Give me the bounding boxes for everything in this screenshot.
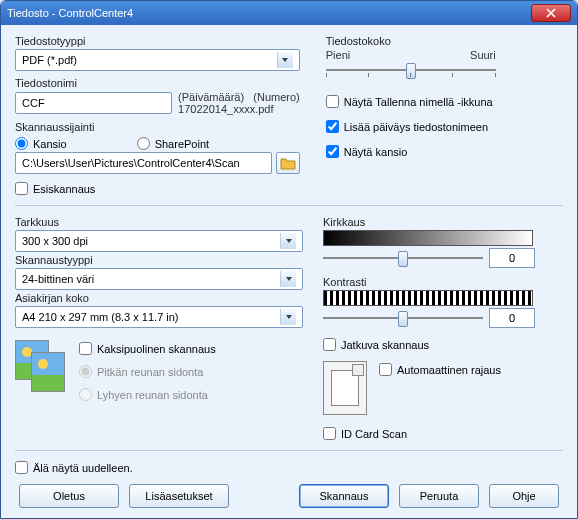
close-button[interactable] <box>531 4 571 22</box>
docsize-select[interactable]: A4 210 x 297 mm (8.3 x 11.7 in) <box>15 306 303 328</box>
resolution-value: 300 x 300 dpi <box>22 235 88 247</box>
showfolder-label: Näytä kansio <box>344 146 408 158</box>
scantype-select[interactable]: 24-bittinen väri <box>15 268 303 290</box>
duplex-short-radio: Lyhyen reunan sidonta <box>79 388 216 401</box>
scanloc-sharepoint-label: SharePoint <box>155 138 209 150</box>
brightness-slider[interactable] <box>323 249 483 267</box>
adddate-label: Lisää päiväys tiedostonimeen <box>344 121 488 133</box>
contrast-stripes <box>323 290 533 306</box>
filename-input[interactable] <box>22 97 165 109</box>
advanced-button[interactable]: Lisäasetukset <box>129 484 229 508</box>
contrast-value[interactable]: 0 <box>489 308 535 328</box>
resolution-select[interactable]: 300 x 300 dpi <box>15 230 303 252</box>
duplex-check[interactable]: Kaksipuolinen skannaus <box>79 342 216 355</box>
filetype-label: Tiedostotyyppi <box>15 35 300 47</box>
duplex-preview-icon <box>15 340 69 396</box>
duplex-long-label: Pitkän reunan sidonta <box>97 366 203 378</box>
filetype-select[interactable]: PDF (*.pdf) <box>15 49 300 71</box>
saveas-checkbox[interactable] <box>326 95 339 108</box>
brightness-value[interactable]: 0 <box>489 248 535 268</box>
continuous-checkbox[interactable] <box>323 338 336 351</box>
showfolder-checkbox[interactable] <box>326 145 339 158</box>
saveas-label: Näytä Tallenna nimellä -ikkuna <box>344 96 493 108</box>
idcard-label: ID Card Scan <box>341 428 407 440</box>
radio-folder[interactable] <box>15 137 28 150</box>
duplex-short-label: Lyhyen reunan sidonta <box>97 389 208 401</box>
scanloc-path-wrap[interactable] <box>15 152 272 174</box>
duplex-label: Kaksipuolinen skannaus <box>97 343 216 355</box>
scanloc-folder-label: Kansio <box>33 138 67 150</box>
duplex-checkbox[interactable] <box>79 342 92 355</box>
autocrop-preview-icon <box>323 361 367 415</box>
duplex-long-radio: Pitkän reunan sidonta <box>79 365 216 378</box>
autocrop-label: Automaattinen rajaus <box>397 364 501 376</box>
filetype-value: PDF (*.pdf) <box>22 54 77 66</box>
showfolder-check[interactable]: Näytä kansio <box>326 145 563 158</box>
cancel-button[interactable]: Peruuta <box>399 484 479 508</box>
filename-input-wrap[interactable] <box>15 92 172 114</box>
folder-icon <box>280 156 296 170</box>
contrast-label: Kontrasti <box>323 276 563 288</box>
dontshow-label: Älä näytä uudelleen. <box>33 462 133 474</box>
adddate-check[interactable]: Lisää päiväys tiedostonimeen <box>326 120 563 133</box>
continuous-label: Jatkuva skannaus <box>341 339 429 351</box>
chevron-down-icon <box>280 309 296 325</box>
prescan-checkbox[interactable] <box>15 182 28 195</box>
resolution-label: Tarkkuus <box>15 216 303 228</box>
filename-date-header: (Päivämäärä) <box>178 91 244 103</box>
scanloc-sharepoint-radio[interactable]: SharePoint <box>137 137 209 150</box>
brightness-gradient <box>323 230 533 246</box>
help-button[interactable]: Ohje <box>489 484 559 508</box>
filename-label: Tiedostonimi <box>15 77 300 89</box>
autocrop-check[interactable]: Automaattinen rajaus <box>379 363 501 376</box>
brightness-label: Kirkkaus <box>323 216 563 228</box>
filesize-label: Tiedostokoko <box>326 35 563 47</box>
autocrop-checkbox[interactable] <box>379 363 392 376</box>
filesize-max: Suuri <box>470 49 496 61</box>
scanloc-folder-radio[interactable]: Kansio <box>15 137 67 150</box>
scan-button[interactable]: Skannaus <box>299 484 389 508</box>
radio-short <box>79 388 92 401</box>
prescan-label: Esiskannaus <box>33 183 95 195</box>
scantype-label: Skannaustyyppi <box>15 254 303 266</box>
dontshow-check[interactable]: Älä näytä uudelleen. <box>15 461 563 474</box>
chevron-down-icon <box>280 233 296 249</box>
idcard-check[interactable]: ID Card Scan <box>323 427 563 440</box>
filename-num-header: (Numero) <box>253 91 299 103</box>
dontshow-checkbox[interactable] <box>15 461 28 474</box>
default-button[interactable]: Oletus <box>19 484 119 508</box>
prescan-check[interactable]: Esiskannaus <box>15 182 563 195</box>
filesize-min: Pieni <box>326 49 350 61</box>
scanloc-path-input[interactable] <box>22 157 265 169</box>
browse-button[interactable] <box>276 152 300 174</box>
chevron-down-icon <box>280 271 296 287</box>
radio-sharepoint[interactable] <box>137 137 150 150</box>
contrast-slider[interactable] <box>323 309 483 327</box>
docsize-value: A4 210 x 297 mm (8.3 x 11.7 in) <box>22 311 179 323</box>
filename-pattern: 17022014_xxxx.pdf <box>178 103 300 115</box>
adddate-checkbox[interactable] <box>326 120 339 133</box>
idcard-checkbox[interactable] <box>323 427 336 440</box>
scanloc-label: Skannaussijainti <box>15 121 300 133</box>
window-title: Tiedosto - ControlCenter4 <box>7 7 531 19</box>
chevron-down-icon <box>277 52 293 68</box>
scantype-value: 24-bittinen väri <box>22 273 94 285</box>
docsize-label: Asiakirjan koko <box>15 292 303 304</box>
filesize-slider[interactable] <box>326 61 496 79</box>
radio-long <box>79 365 92 378</box>
continuous-check[interactable]: Jatkuva skannaus <box>323 338 563 351</box>
close-icon <box>546 8 556 18</box>
saveas-check[interactable]: Näytä Tallenna nimellä -ikkuna <box>326 95 563 108</box>
